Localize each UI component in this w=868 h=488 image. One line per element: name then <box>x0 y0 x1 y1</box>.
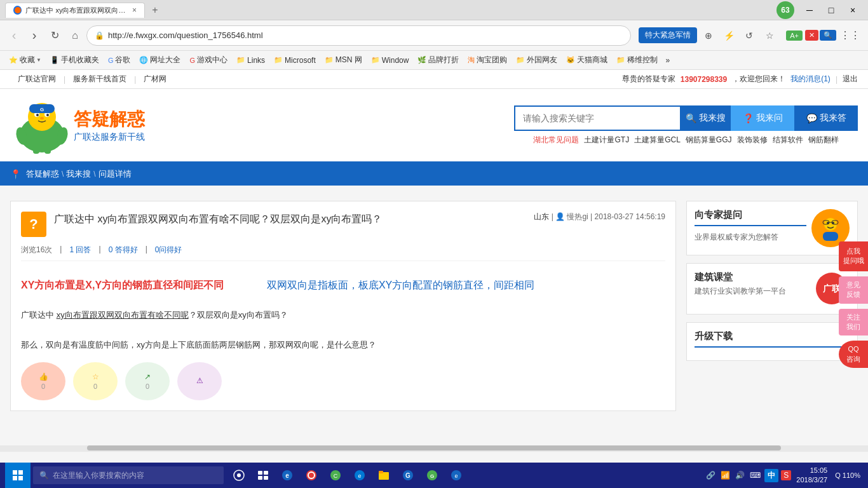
bookmark-taobao[interactable]: 淘 淘宝团购 <box>464 53 511 67</box>
active-tab[interactable]: 广联达中 xy向布置跟双网双向布... × <box>5 3 145 18</box>
bookmark-foreign[interactable]: 📁 外国网友 <box>512 53 561 67</box>
user-type-icon: 👤 <box>555 212 565 221</box>
tag-rebar[interactable]: 钢筋翻样 <box>808 135 839 146</box>
answer-btn[interactable]: 💬 我来答 <box>794 105 858 131</box>
bookmark-control-label: 稀维控制 <box>627 55 658 65</box>
share-btn[interactable]: ↗ 0 <box>125 362 170 400</box>
bookmark-tmall[interactable]: 🐱 天猫商城 <box>562 53 611 67</box>
message-link[interactable]: 我的消息(1) <box>790 74 831 85</box>
answer-count[interactable]: 1 回答 <box>69 245 91 255</box>
tag-gtj[interactable]: 土建计量GTJ <box>584 135 629 146</box>
start-button[interactable] <box>5 463 31 488</box>
float-ask-btn[interactable]: 点我提问哦 <box>839 241 868 271</box>
logout-link[interactable]: 退出 <box>843 74 858 85</box>
share-count: 0 <box>146 383 149 390</box>
close-btn[interactable]: × <box>843 1 863 19</box>
taskbar: 🔍 在这里输入你要搜索的内容 e C e G <box>0 463 868 488</box>
hot-tag-hubei[interactable]: 湖北常见问题 <box>533 135 579 146</box>
tab-close-btn[interactable]: × <box>132 6 137 15</box>
bookmark-urls[interactable]: 🌐 网址大全 <box>135 53 184 67</box>
tag-settlement[interactable]: 结算软件 <box>773 135 803 146</box>
bookmark-mobile[interactable]: 📱 手机收藏夹 <box>46 53 103 67</box>
nav-material[interactable]: 广材网 <box>136 74 174 85</box>
taskbar-filemanager[interactable] <box>374 463 394 488</box>
maximize-btn[interactable]: □ <box>821 1 841 19</box>
breadcrumb-detail[interactable]: 问题详情 <box>98 168 132 180</box>
logo-title: 答疑解惑 <box>74 107 145 132</box>
cast-icon[interactable]: ⊕ <box>700 27 717 44</box>
nav-official-site[interactable]: 广联达官网 <box>10 74 64 85</box>
taskbar-ie2[interactable]: e <box>446 463 466 488</box>
favorite-btn[interactable]: ☆ 0 <box>73 362 118 400</box>
question-body-p2: 那么，双向是有温度筋中间筋，xy方向是上下底筋面筋两层钢筋网，那双网双向呢，是什… <box>21 337 665 352</box>
refresh-btn[interactable]: ↻ <box>46 27 64 44</box>
bookmark-window[interactable]: 📁 Window <box>367 55 413 66</box>
scroll-thumb[interactable] <box>87 445 782 451</box>
new-tab-btn[interactable]: + <box>147 3 163 18</box>
bookmark-games[interactable]: G 游戏中心 <box>186 53 231 67</box>
bookmark-microsoft[interactable]: 📁 Microsoft <box>270 55 320 66</box>
taskbar-cortana[interactable] <box>229 463 249 488</box>
svg-rect-28 <box>264 476 268 480</box>
taskbar-gld-app[interactable]: G <box>422 463 442 488</box>
expert-card-title: 向专家提问 <box>695 209 806 226</box>
report-btn[interactable]: ⚠ <box>177 362 222 400</box>
float-feedback-btn[interactable]: 意见反馈 <box>839 276 868 304</box>
bookmarks-more-btn[interactable]: » <box>663 55 672 66</box>
bookmark-collections[interactable]: ⭐ 收藏 ▼ <box>5 53 45 67</box>
history-icon[interactable]: ↺ <box>740 27 758 44</box>
bookmark-control[interactable]: 📁 稀维控制 <box>613 53 661 67</box>
tag-decoration[interactable]: 装饰装修 <box>737 135 768 146</box>
breadcrumb-home[interactable]: 答疑解惑 <box>26 168 59 180</box>
ext-menu-btn[interactable]: ⋮⋮ <box>837 29 863 41</box>
back-btn[interactable]: ‹ <box>5 27 23 44</box>
breadcrumb-search[interactable]: 我来搜 <box>66 168 91 180</box>
answer-text-2: 双网双向是指板面，板底XY方向配置的钢筋直径，间距相同 <box>267 280 534 290</box>
update-badge: 63 <box>776 1 794 19</box>
bookmark-google[interactable]: G 谷歌 <box>104 53 135 67</box>
like-btn[interactable]: 👍 0 <box>21 362 65 400</box>
forward-btn[interactable]: › <box>25 27 43 44</box>
svg-text:e: e <box>358 473 361 479</box>
tag-ggj[interactable]: 钢筋算量GGJ <box>686 135 732 146</box>
svg-text:G: G <box>40 107 44 112</box>
ext-green-btn[interactable]: A+ <box>786 30 803 41</box>
minimize-btn[interactable]: ─ <box>799 1 820 19</box>
taskbar-taskview[interactable] <box>253 463 273 488</box>
taskbar-chrome[interactable]: C <box>325 463 346 488</box>
warn-icon: ⚠ <box>196 376 203 385</box>
search-input[interactable] <box>514 105 680 131</box>
nav-service-home[interactable]: 服务新干线首页 <box>65 74 134 85</box>
taskbar-search[interactable]: 🔍 在这里输入你要搜索的内容 <box>33 466 224 484</box>
bookmark-star-icon[interactable]: ☆ <box>761 27 778 44</box>
good-answer-count[interactable]: 0 答得好 <box>109 245 138 255</box>
ext-search-btn[interactable]: 🔍 <box>820 30 836 41</box>
search-btn[interactable]: 🔍 我来搜 <box>680 105 731 131</box>
question-card: ? 广联达中 xy向布置跟双网双向布置有啥不同呢？双层双向是xy向布置吗？ 山东… <box>10 201 676 411</box>
classroom-card: 建筑课堂 建筑行业实训教学第一平台 广联 <box>686 263 858 315</box>
taskbar-opera[interactable] <box>301 463 322 488</box>
taskbar-edge[interactable]: e <box>349 463 370 488</box>
home-btn[interactable]: ⌂ <box>66 27 84 44</box>
bookmark-msn[interactable]: 📁 MSN 网 <box>321 53 366 67</box>
address-bar[interactable]: 🔒 http://e.fwxgx.com/question_1756546.ht… <box>86 25 631 46</box>
ext-red-btn[interactable]: ✕ <box>805 30 818 41</box>
float-buttons: 点我提问哦 意见反馈 关注我们 QQ咨询 <box>839 241 868 368</box>
useful-count[interactable]: 0问得好 <box>155 245 182 255</box>
bookmark-tmall-label: 天猫商城 <box>577 55 607 65</box>
taskbar-g-app[interactable]: G <box>398 463 418 488</box>
float-follow-btn[interactable]: 关注我们 <box>839 309 868 336</box>
horizontal-scrollbar[interactable] <box>0 445 868 452</box>
bookmark-links[interactable]: 📁 Links <box>233 55 269 66</box>
game-icon: G <box>189 57 195 64</box>
bookmark-brand[interactable]: 🌿 品牌打折 <box>414 53 463 67</box>
taskbar-ie[interactable]: e <box>277 463 297 488</box>
lang-indicator[interactable]: 中 <box>764 469 778 482</box>
ask-btn[interactable]: ❓ 我来问 <box>731 105 794 131</box>
location-icon: 📍 <box>10 169 21 179</box>
google-icon: G <box>108 57 114 64</box>
question-underline-text: xy向布置跟双网双向布置有啥不同呢 <box>57 310 189 320</box>
emergency-btn[interactable]: 特大紧急军情 <box>639 27 697 43</box>
float-qq-btn[interactable]: QQ咨询 <box>839 341 868 368</box>
tag-gcl[interactable]: 土建算量GCL <box>634 135 681 146</box>
